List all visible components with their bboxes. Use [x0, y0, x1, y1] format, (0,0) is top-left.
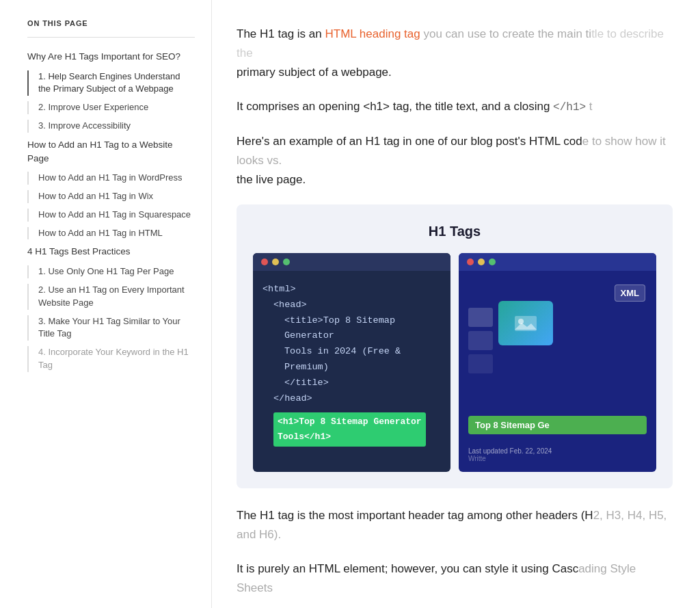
paragraph-bottom-1: The H1 tag is the most important header …	[237, 506, 673, 544]
icon-stack	[468, 308, 493, 373]
sidebar-item-every-page[interactable]: 2. Use an H1 Tag on Every Important Webs…	[27, 284, 195, 310]
image-panels: <html> <head> <title>Top 8 Sitemap Gener…	[253, 253, 656, 472]
sidebar-item-html[interactable]: How to Add an H1 Tag in HTML	[27, 227, 195, 240]
sidebar: ON THIS PAGE Why Are H1 Tags Important f…	[0, 0, 212, 608]
preview-date: Last updated Feb. 22, 2024	[468, 447, 647, 455]
h1-tags-infographic: H1 Tags <html> <head> <title>Top 8 Sitem…	[237, 204, 673, 488]
para-bottom2-faded: ading Style Sheets	[237, 562, 636, 594]
sidebar-item-why-h1[interactable]: Why Are H1 Tags Important for SEO?	[27, 50, 195, 64]
h1-code-highlight: <h1>Top 8 Sitemap GeneratorTools</h1>	[273, 412, 426, 447]
paragraph-3: Here's an example of an H1 tag in one of…	[237, 132, 673, 189]
preview-meta: Last updated Feb. 22, 2024 Writte	[468, 447, 647, 462]
para2-faded: t	[589, 100, 593, 113]
sidebar-item-improve-ux[interactable]: 2. Improve User Experience	[27, 101, 195, 114]
preview-expand-dot	[489, 259, 496, 265]
preview-minimize-dot	[478, 259, 485, 265]
preview-author: Writte	[468, 455, 647, 462]
paragraph-1: The H1 tag is an HTML heading tag you ca…	[237, 25, 673, 82]
main-content: The H1 tag is an HTML heading tag you ca…	[212, 0, 700, 608]
sidebar-item-best-practices[interactable]: 4 H1 Tags Best Practices	[27, 245, 195, 259]
code-line-4: Tools in 2024 (Free & Premium)	[262, 344, 441, 375]
expand-dot	[283, 259, 290, 265]
sidebar-item-keyword[interactable]: 4. Incorporate Your Keyword in the H1 Ta…	[27, 346, 195, 372]
preview-panel: XML	[459, 253, 656, 472]
paragraph-bottom-2: It is purely an HTML element; however, y…	[237, 559, 673, 598]
image-thumbnail	[498, 301, 553, 345]
code-line-3: <title>Top 8 Sitemap Generator	[262, 313, 441, 345]
close-dot	[261, 259, 268, 265]
code-line-1: <html>	[262, 282, 441, 298]
minimize-dot	[272, 259, 279, 265]
sidebar-group-best-practices: 1. Use Only One H1 Tag Per Page 2. Use a…	[27, 265, 195, 372]
sidebar-item-how-to-add[interactable]: How to Add an H1 Tag to a Website Page	[27, 138, 195, 165]
h1-highlight-block: <h1>Top 8 Sitemap GeneratorTools</h1>	[262, 407, 441, 447]
preview-close-dot	[467, 259, 474, 265]
infographic-title: H1 Tags	[253, 224, 656, 239]
preview-content: XML	[459, 271, 656, 472]
sidebar-divider	[27, 37, 195, 38]
icon-box-1	[468, 308, 493, 327]
sidebar-group-importance: 1. Help Search Engines Understand the Pr…	[27, 70, 195, 133]
preview-title-highlight: Top 8 Sitemap Ge	[468, 416, 647, 434]
code-panel: <html> <head> <title>Top 8 Sitemap Gener…	[253, 253, 450, 472]
icon-box-3	[468, 354, 493, 373]
preview-image-icon	[498, 301, 553, 373]
code-content: <html> <head> <title>Top 8 Sitemap Gener…	[253, 271, 450, 472]
image-icon	[513, 310, 538, 335]
xml-badge: XML	[615, 285, 645, 302]
sidebar-item-squarespace[interactable]: How to Add an H1 Tag in Squarespace	[27, 209, 195, 222]
code-line-2: <head>	[262, 298, 441, 313]
sidebar-item-wix[interactable]: How to Add an H1 Tag in Wix	[27, 190, 195, 203]
icon-box-2	[468, 331, 493, 350]
sidebar-item-wordpress[interactable]: How to Add an H1 Tag in WordPress	[27, 172, 195, 185]
code-line-6: </head>	[262, 391, 441, 407]
paragraph-2: It comprises an opening <h1> tag, the ti…	[237, 97, 673, 116]
preview-panel-titlebar	[459, 253, 656, 271]
html-heading-tag-link[interactable]: HTML heading tag	[325, 27, 420, 40]
code-panel-titlebar	[253, 253, 450, 271]
svg-point-1	[518, 319, 524, 324]
closing-tag: </h1>	[553, 101, 586, 114]
para-bottom1-faded: 2, H3, H4, H5, and H6).	[237, 509, 667, 541]
code-line-5: </title>	[262, 375, 441, 391]
para3-faded: e to show how it looks vs.	[237, 135, 666, 167]
sidebar-item-help-search-engines[interactable]: 1. Help Search Engines Understand the Pr…	[27, 70, 195, 96]
sidebar-item-improve-accessibility[interactable]: 3. Improve Accessibility	[27, 120, 195, 133]
sidebar-title: ON THIS PAGE	[27, 19, 195, 27]
sidebar-item-similar-title[interactable]: 3. Make Your H1 Tag Similar to Your Titl…	[27, 315, 195, 341]
sidebar-item-one-h1[interactable]: 1. Use Only One H1 Tag Per Page	[27, 265, 195, 278]
sidebar-group-how-to: How to Add an H1 Tag in WordPress How to…	[27, 172, 195, 239]
